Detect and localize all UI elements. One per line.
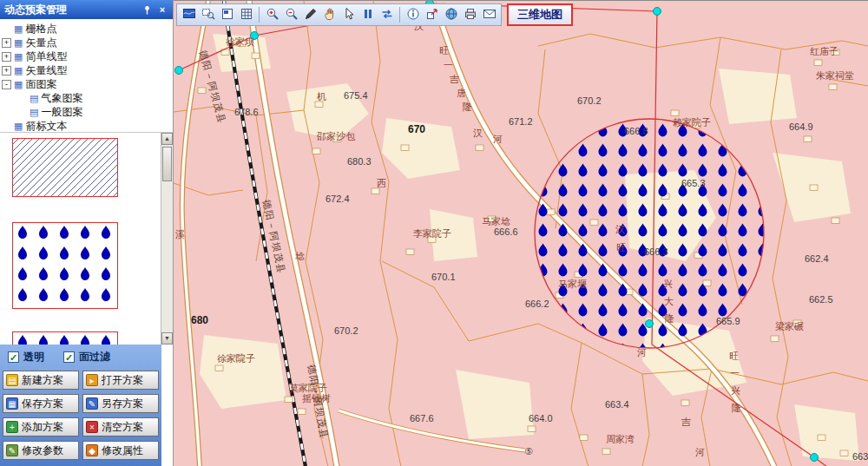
panel-titlebar: 动态预案管理 × xyxy=(0,0,173,19)
pattern-preview-hatch[interactable] xyxy=(12,138,118,197)
info-icon xyxy=(406,7,420,23)
map-handle[interactable] xyxy=(251,32,259,40)
map-handle[interactable] xyxy=(654,8,661,16)
toolbar-button-pause[interactable] xyxy=(358,6,377,24)
map-toolbar xyxy=(176,3,502,26)
building xyxy=(832,218,839,224)
close-icon[interactable]: × xyxy=(156,3,168,16)
map-handle[interactable] xyxy=(646,320,654,328)
tree-item-weather-pattern[interactable]: ▤气象图案 xyxy=(17,91,171,105)
tree-item-arrow-text[interactable]: ▦箭标文本 xyxy=(2,119,171,132)
modify-attrs-button[interactable]: ◆修改属性 xyxy=(82,441,159,460)
new-plan-button[interactable]: ▤新建方案 xyxy=(3,371,79,390)
building xyxy=(804,136,812,142)
open-plan-button[interactable]: ▸打开方案 xyxy=(82,371,159,390)
building xyxy=(681,400,689,406)
toolbar-button-pen[interactable] xyxy=(301,6,319,24)
building xyxy=(793,320,801,326)
toolbar-separator xyxy=(399,7,400,23)
tree-item-vector-line[interactable]: +▦矢量线型 xyxy=(2,63,171,77)
tree-toggle[interactable]: + xyxy=(2,38,11,48)
tree-item-icon: ▦ xyxy=(14,121,23,131)
checkbox-mark[interactable]: ✓ xyxy=(63,351,75,363)
map-svg[interactable]: 徐家坝汉旺一吉唐隆红庙子朱家祠堂机675.4678.6670.2邵家沙包6706… xyxy=(174,1,868,466)
building xyxy=(476,145,483,151)
building xyxy=(832,49,839,56)
toolbar-button-info[interactable] xyxy=(404,6,422,24)
toolbar-button-grid[interactable] xyxy=(237,6,255,24)
map-handle[interactable] xyxy=(175,67,183,75)
pattern-list-scrollbar[interactable]: ▲ ▼ xyxy=(161,133,173,345)
tree-item-icon: ▤ xyxy=(30,108,38,117)
add-plan-button[interactable]: +添加方案 xyxy=(3,417,79,436)
application-window: 动态预案管理 × ▦栅格点 +▦矢量点 +▦简单线型 +▦矢量线型 -▦面图案 … xyxy=(0,0,868,466)
pin-icon[interactable] xyxy=(141,3,153,16)
toolbar-button-export[interactable] xyxy=(423,6,441,24)
identify-cursor-icon xyxy=(342,7,356,23)
pattern-preview-drops[interactable] xyxy=(12,222,118,309)
save-as-plan-button[interactable]: ✎另存方案 xyxy=(82,394,159,413)
tree-item-icon: ▤ xyxy=(30,94,38,103)
pattern-preview-drops-2[interactable] xyxy=(12,331,118,345)
scroll-thumb[interactable] xyxy=(162,147,172,181)
toolbar-button-map[interactable] xyxy=(180,6,198,24)
add-plus-icon: + xyxy=(6,421,18,433)
building xyxy=(818,435,825,441)
map-handle[interactable] xyxy=(811,454,819,462)
building xyxy=(372,188,379,194)
map-3d-button[interactable]: 三维地图 xyxy=(507,3,573,26)
building xyxy=(236,355,244,361)
tree-toggle[interactable]: + xyxy=(2,52,11,62)
building xyxy=(488,216,496,222)
toolbar-button-mail[interactable] xyxy=(480,6,498,24)
toolbar-button-identify[interactable] xyxy=(339,6,358,24)
tree-item-simple-line[interactable]: +▦简单线型 xyxy=(2,49,171,63)
checkbox-mark[interactable]: ✓ xyxy=(8,351,19,363)
map-icon xyxy=(182,7,196,23)
area-filter-checkbox[interactable]: ✓ 面过滤 xyxy=(63,350,110,364)
scroll-down-button[interactable]: ▼ xyxy=(161,332,173,345)
tree-item-icon: ▦ xyxy=(14,24,23,34)
building xyxy=(771,336,779,342)
tree-item-general-pattern[interactable]: ▤一般图案 xyxy=(17,105,171,119)
toolbar-button-pan[interactable] xyxy=(320,6,339,24)
building xyxy=(580,435,588,441)
pan-hand-icon xyxy=(323,7,337,23)
building xyxy=(315,102,323,108)
toolbar-button-overview[interactable] xyxy=(218,6,236,24)
zoom-in-icon xyxy=(266,7,279,23)
building xyxy=(602,449,610,455)
toolbar-button-zoom-in[interactable] xyxy=(263,6,281,24)
clear-plan-button[interactable]: ×清空方案 xyxy=(82,417,159,436)
building xyxy=(814,60,822,66)
save-plan-button[interactable]: ▦保存方案 xyxy=(3,394,79,413)
modify-params-button[interactable]: ✎修改参数 xyxy=(3,441,79,460)
building xyxy=(252,53,260,59)
toolbar-button-zoom-out[interactable] xyxy=(282,6,300,24)
building xyxy=(810,185,818,191)
building xyxy=(693,122,700,128)
toolbar-button-refresh[interactable] xyxy=(378,6,396,24)
tree-toggle[interactable]: + xyxy=(2,66,11,75)
refresh-icon xyxy=(380,7,394,23)
toolbar-button-globe[interactable] xyxy=(442,6,460,24)
globe-icon xyxy=(444,7,458,23)
pen-icon xyxy=(304,7,318,23)
transparent-checkbox[interactable]: ✓ 透明 xyxy=(8,350,44,364)
tree-item-raster-point[interactable]: ▦栅格点 xyxy=(2,22,171,36)
toolbar-separator xyxy=(259,7,260,23)
pause-icon xyxy=(361,7,375,23)
tree-item-vector-point[interactable]: +▦矢量点 xyxy=(2,36,171,49)
mail-icon xyxy=(483,7,496,23)
building xyxy=(298,409,306,415)
building xyxy=(671,110,679,116)
tree-toggle[interactable]: - xyxy=(2,80,11,89)
toolbar-button-zoom-window[interactable] xyxy=(199,6,217,24)
tree-item-area-pattern[interactable]: -▦面图案 xyxy=(2,77,171,91)
map-canvas[interactable]: 徐家坝汉旺一吉唐隆红庙子朱家祠堂机675.4678.6670.2邵家沙包6706… xyxy=(174,0,868,466)
new-plan-icon: ▤ xyxy=(6,374,18,386)
weather-pattern-region[interactable] xyxy=(535,119,764,348)
save-as-icon: ✎ xyxy=(86,397,98,410)
scroll-up-button[interactable]: ▲ xyxy=(161,133,173,145)
toolbar-button-print[interactable] xyxy=(461,6,479,24)
